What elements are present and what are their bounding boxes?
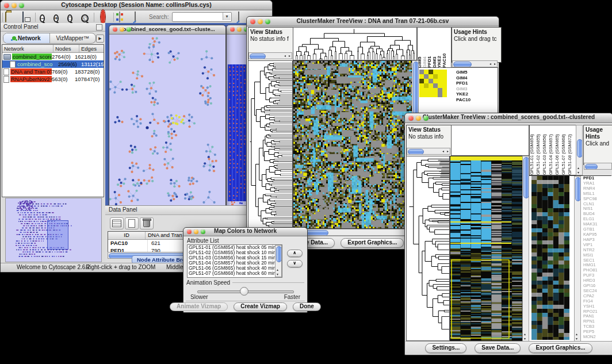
tv2-gene-list[interactable]: PFD1YRA1RNR4MSL1SPC98CLN1NIS1BUD4ELG1MAK… [583, 176, 612, 340]
tv2-column-label: GPL51-08 (GSM872) [568, 127, 574, 175]
annotation-icon[interactable] [133, 12, 144, 22]
tv2-button[interactable]: Export Graphics... [529, 343, 592, 353]
control-panel: Control Panel Network VizMapper™ ▶ Netwo… [1, 23, 106, 263]
tv1-usage-hints-hscrollbar[interactable]: ◂ ▸ [452, 60, 498, 67]
file-icon [3, 76, 9, 83]
help-lifesaver-icon[interactable] [100, 12, 111, 22]
tv2-heatmap-vscrollbar[interactable]: ▴ ▾ [522, 156, 529, 342]
animation-speed-slider-thumb[interactable] [240, 287, 248, 296]
tv1-gene-label[interactable]: PFD1 [456, 81, 495, 86]
zoom-window-icon[interactable] [19, 3, 24, 8]
tv2-usage-hints-hscrollbar[interactable] [584, 163, 612, 170]
tv1-heatmap-cell [438, 70, 442, 74]
zoom-fit-icon[interactable]: □ [66, 12, 78, 22]
tv1-heatmap-cell [424, 74, 429, 79]
tv2-labels-vscrollbar[interactable]: ▴ ▾ [576, 125, 583, 175]
move-up-button[interactable]: ∧ [287, 250, 303, 257]
minimize-icon[interactable] [120, 27, 124, 32]
tv1-gene-list[interactable]: GIM5GIM4PFD1GIM3YKE2PAC10 [456, 70, 495, 105]
birds-eye-view[interactable] [5, 198, 102, 262]
close-icon[interactable] [230, 27, 235, 32]
tv1-heatmap-cell [433, 74, 438, 79]
animation-speed-label: Animation Speed [186, 279, 230, 286]
tab-vizmapper[interactable]: VizMapper™ [50, 33, 96, 43]
attribute-list-vscrollbar[interactable]: ▴ ▾ [275, 245, 282, 277]
zoom-out-icon[interactable]: − [39, 12, 50, 22]
attribute-list-item[interactable]: GPL51-07 (GSM868) heat shock 60 min [188, 271, 282, 276]
tv2-column-labels: GPL51-01 (GSM854)GPL51-02 (GSM855)GPL51-… [529, 125, 576, 175]
network-window-1-titlebar[interactable]: combined_scores_good.txt--cluste... [109, 25, 225, 35]
minimize-icon[interactable] [416, 116, 421, 121]
tv1-row-dendrogram[interactable] [248, 60, 293, 229]
minimize-icon[interactable] [12, 3, 17, 8]
new-attribute-icon[interactable] [125, 217, 139, 229]
minimize-icon[interactable] [237, 27, 242, 32]
network-table-row[interactable]: combined_sco2569(6)13112(15) [2, 60, 104, 68]
vizmapper-icon[interactable] [118, 12, 129, 22]
dialog-titlebar[interactable]: Map Colors to Network [183, 228, 307, 236]
delete-attribute-icon[interactable] [140, 217, 154, 229]
tab-network[interactable]: Network [3, 33, 50, 43]
open-file-icon[interactable] [5, 12, 17, 22]
tv2-zoomed-heatmap[interactable] [531, 176, 569, 340]
move-down-button[interactable]: ∨ [287, 260, 303, 267]
tv1-heatmap-global-view[interactable] [293, 60, 412, 229]
search-dropdown-icon[interactable]: ▾ [223, 13, 231, 20]
tv1-heatmap-hscrollbar[interactable] [293, 229, 419, 236]
main-titlebar[interactable]: Cytoscape Desktop (Session Name: collins… [1, 1, 272, 10]
close-icon[interactable] [187, 229, 192, 234]
network-table-row[interactable]: combined_scores2764(0)16218(0) [2, 53, 104, 60]
tv1-gene-label[interactable]: GIM3 [456, 86, 495, 92]
tv1-view-status-hscrollbar[interactable]: ◂ ▸ [248, 52, 292, 59]
network-table-row[interactable]: RNAPuberNov2+563(0)107847(0) [2, 75, 104, 83]
minimize-icon[interactable] [194, 229, 198, 234]
tv2-zoomed-vscrollbar[interactable]: ▴ ▾ [574, 176, 581, 342]
tv2-heatmap-global-view[interactable] [450, 156, 523, 341]
tv2-button[interactable]: Settings... [425, 343, 466, 353]
tv2-gene-label[interactable]: MON2 [583, 335, 612, 340]
zoom-selected-icon[interactable]: ◱ [80, 12, 91, 22]
close-icon[interactable] [4, 3, 9, 8]
minimize-icon[interactable] [258, 19, 263, 24]
network-canvas[interactable] [109, 35, 224, 208]
tv1-gene-label[interactable]: GIM4 [456, 75, 495, 81]
zoom-window-icon[interactable] [127, 27, 131, 32]
tv1-heatmap-cell [433, 93, 438, 97]
attribute-listbox[interactable]: GPL51-01 (GSM854) heat shock 05 minGPL51… [187, 244, 282, 278]
search-input[interactable]: ▾ [172, 12, 232, 22]
close-icon[interactable] [408, 116, 414, 121]
tv1-heatmap-cell [442, 88, 447, 93]
tv1-heatmap-cell [442, 93, 447, 97]
tab-overflow-icon[interactable]: ▶ [96, 35, 104, 43]
tv2-row-dendrogram[interactable] [406, 156, 450, 341]
zoom-window-icon[interactable] [423, 116, 429, 121]
tv1-heatmap-cell [438, 83, 442, 88]
tv1-button[interactable]: Export Graphics... [341, 238, 404, 248]
attribute-select-icon[interactable] [110, 217, 124, 229]
tv1-column-dendrogram[interactable] [293, 27, 417, 60]
treeview2-titlebar[interactable]: ClusterMaker TreeView : combined_scores_… [405, 113, 612, 123]
treeview1-titlebar[interactable]: ClusterMaker TreeView : DNA and Tran 07-… [247, 17, 499, 26]
zoom-window-icon[interactable] [265, 19, 270, 24]
save-icon[interactable] [21, 12, 33, 22]
tv1-gene-label[interactable]: GIM5 [456, 70, 495, 75]
data-panel-title: Data Panel [109, 206, 137, 213]
float-panel-icon[interactable] [96, 24, 102, 30]
tv1-gene-label[interactable]: PAC10 [456, 97, 495, 103]
tv2-button[interactable]: Save Data... [475, 343, 521, 353]
tv2-view-status-hscrollbar[interactable]: ◂ ▸ [407, 148, 450, 155]
network-table-row[interactable]: DNA and Tran 07769(0)183728(0) [2, 68, 104, 75]
tv1-zoomed-heatmap[interactable] [419, 70, 447, 97]
done-button[interactable]: Done [293, 302, 321, 311]
tv1-heatmap-cell [424, 83, 429, 88]
network-list-panel: Network Nodes Edges combined_scores2764(… [2, 44, 104, 197]
animation-speed-group: Animation Speed [186, 279, 304, 286]
create-vizmap-button[interactable]: Create Vizmap [234, 302, 287, 311]
close-icon[interactable] [113, 27, 117, 32]
tv1-gene-label[interactable]: YKE2 [456, 91, 495, 97]
network-table-header[interactable]: Network Nodes Edges [2, 45, 104, 53]
tv1-heatmap-cell [424, 88, 429, 93]
zoom-window-icon[interactable] [201, 229, 205, 234]
close-icon[interactable] [250, 19, 255, 24]
zoom-in-icon[interactable]: + [52, 12, 64, 22]
